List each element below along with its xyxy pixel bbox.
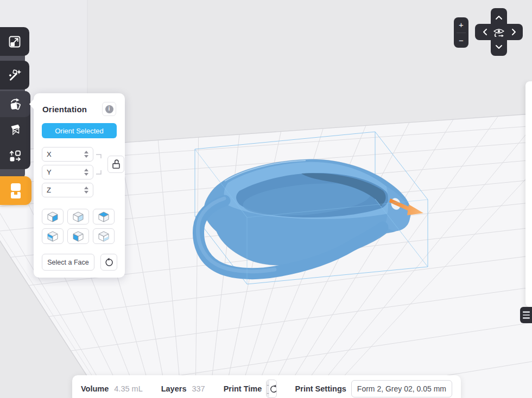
cube-right-face-light-icon	[72, 211, 85, 223]
printer-button[interactable]	[0, 176, 31, 205]
print-time-control: --	[266, 380, 276, 398]
chevron-down-icon	[495, 44, 503, 49]
refresh-icon	[269, 384, 277, 394]
orientation-rotate-icon	[8, 97, 23, 112]
axis-z-stepper[interactable]	[84, 187, 88, 194]
volume-label: Volume	[81, 384, 109, 393]
orientation-panel: Orientation i Orient Selected X Y Z	[34, 93, 125, 278]
status-bar: Volume 4.35 mL Layers 337 Print Time -- …	[72, 375, 461, 398]
supports-scaffold-icon	[8, 123, 22, 137]
volume-value: 4.35 mL	[114, 384, 142, 393]
info-button[interactable]: i	[102, 102, 116, 116]
cube-right-face-light-button[interactable]	[67, 209, 89, 224]
pan-down-button[interactable]	[492, 41, 506, 53]
cube-left-face-icon	[72, 230, 85, 242]
orientation-cube-buttons	[42, 209, 115, 244]
axis-x-label: X	[47, 150, 52, 158]
orbit-eye-icon	[492, 25, 506, 39]
model-list-panel-edge[interactable]	[525, 81, 532, 307]
supports-tool-button[interactable]	[0, 117, 30, 143]
orientation-tool-button[interactable]	[0, 91, 30, 117]
layout-arrange-icon	[8, 149, 22, 163]
print-time-label: Print Time	[224, 384, 262, 393]
print-time-refresh-button[interactable]	[269, 380, 277, 397]
print-settings-value[interactable]: Form 2, Grey 02, 0.05 mm	[351, 380, 452, 397]
axis-z-label: Z	[47, 186, 51, 194]
unlock-icon	[110, 158, 122, 170]
zoom-control: + −	[454, 17, 468, 48]
size-tool-button[interactable]	[0, 27, 29, 56]
axis-z-field[interactable]: Z	[42, 183, 93, 197]
cube-left-face-button[interactable]	[67, 228, 89, 244]
one-click-print-button[interactable]	[0, 61, 29, 89]
tool-group	[0, 91, 30, 169]
axis-y-field[interactable]: Y	[42, 165, 93, 179]
zoom-out-button[interactable]: −	[454, 33, 468, 48]
cube-bottom-face-icon	[97, 230, 110, 242]
reset-orientation-button[interactable]	[100, 254, 117, 271]
orient-selected-button[interactable]: Orient Selected	[42, 123, 117, 138]
panel-caret	[29, 99, 34, 109]
cube-top-left-face-icon	[46, 230, 59, 242]
orbit-view-button[interactable]	[492, 25, 506, 39]
axis-x-stepper[interactable]	[84, 151, 88, 158]
select-a-face-button[interactable]: Select a Face	[42, 254, 94, 271]
chevron-left-icon	[483, 28, 487, 36]
magic-wand-icon	[8, 68, 22, 82]
model-list-button[interactable]	[520, 307, 532, 323]
cube-right-face-icon	[46, 211, 59, 223]
axis-y-label: Y	[47, 168, 52, 176]
cube-bottom-face-button[interactable]	[93, 228, 115, 244]
rotate-ccw-icon	[104, 258, 114, 267]
cube-right-face-button[interactable]	[42, 209, 64, 224]
zoom-in-button[interactable]: +	[454, 17, 468, 33]
info-icon: i	[105, 105, 113, 113]
cube-top-left-face-button[interactable]	[42, 228, 64, 244]
resin-cartridge-icon	[8, 182, 24, 200]
axis-lock-button[interactable]	[107, 156, 124, 173]
resize-icon	[8, 35, 22, 49]
print-settings-label: Print Settings	[295, 384, 346, 393]
lock-bracket	[96, 153, 106, 175]
layout-tool-button[interactable]	[0, 143, 30, 169]
pan-left-button[interactable]	[478, 26, 492, 38]
chevron-up-icon	[495, 15, 503, 20]
list-icon	[523, 311, 530, 313]
layers-value: 337	[192, 384, 205, 393]
axis-fields: X Y Z	[42, 147, 93, 201]
cube-top-face-icon	[97, 211, 110, 223]
layers-label: Layers	[161, 384, 187, 393]
chevron-right-icon	[511, 28, 516, 36]
cube-top-face-button[interactable]	[93, 209, 115, 224]
axis-x-field[interactable]: X	[42, 147, 93, 162]
panel-title: Orientation	[42, 105, 87, 114]
pan-up-button[interactable]	[492, 11, 506, 23]
pan-right-button[interactable]	[506, 26, 521, 38]
axis-y-stepper[interactable]	[84, 169, 88, 176]
view-dpad	[475, 8, 523, 56]
